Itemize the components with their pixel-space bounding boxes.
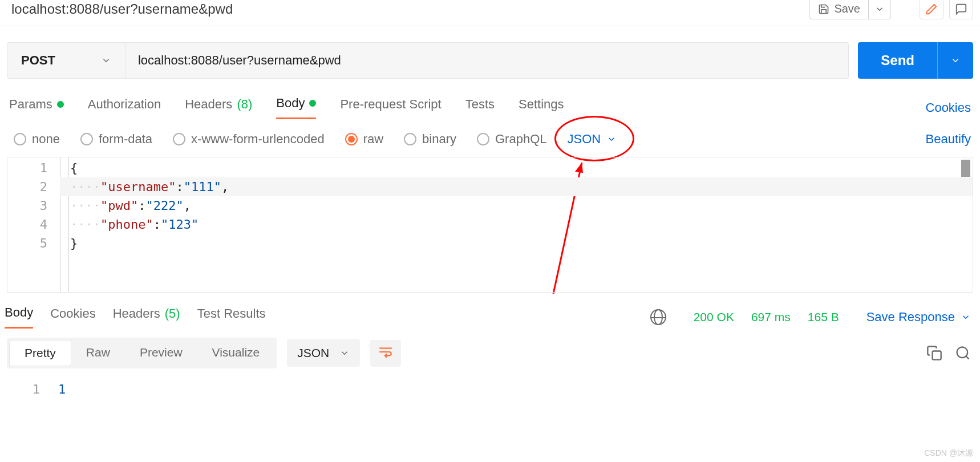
tab-pre-request-script[interactable]: Pre-request Script [340, 97, 441, 119]
tab-body[interactable]: Body [276, 96, 316, 119]
radio-binary[interactable]: binary [404, 132, 456, 147]
save-button[interactable]: Save [810, 0, 869, 19]
radio-icon [14, 133, 26, 145]
svg-rect-3 [933, 351, 941, 360]
url-value: localhost:8088/user?username&pwd [138, 53, 341, 68]
comment-icon [955, 3, 967, 15]
wrap-icon [378, 346, 393, 358]
tab-headers[interactable]: Headers (8) [185, 97, 252, 119]
send-button[interactable]: Send [858, 42, 973, 79]
response-line-number: 1 [0, 382, 52, 396]
svg-line-5 [966, 356, 969, 359]
radio-none[interactable]: none [14, 132, 60, 147]
resp-tab-test-results[interactable]: Test Results [197, 306, 266, 328]
method-url-bar: POST localhost:8088/user?username&pwd [7, 42, 849, 79]
save-response-link[interactable]: Save Response [866, 310, 971, 325]
response-status: 200 OK [694, 310, 734, 324]
chevron-down-icon [874, 4, 885, 14]
request-tabs: Params Authorization Headers (8) Body Pr… [0, 79, 980, 119]
send-dropdown[interactable] [937, 42, 973, 79]
radio-icon [173, 133, 185, 145]
radio-form-data[interactable]: form-data [80, 132, 152, 147]
cookies-link[interactable]: Cookies [926, 100, 971, 115]
radio-icon [404, 133, 416, 145]
response-time: 697 ms [751, 310, 791, 324]
radio-icon [345, 133, 358, 145]
minimap [961, 160, 970, 177]
tab-settings[interactable]: Settings [519, 97, 564, 119]
edit-button[interactable] [920, 0, 943, 19]
radio-x-www-form-urlencoded[interactable]: x-www-form-urlencoded [173, 132, 325, 147]
tab-tests[interactable]: Tests [465, 97, 495, 119]
pencil-icon [925, 3, 938, 15]
response-body[interactable]: 1 1 [0, 368, 980, 396]
radio-graphql[interactable]: GraphQL [477, 132, 547, 147]
dot-indicator [309, 100, 316, 107]
radio-raw[interactable]: raw [345, 132, 383, 147]
resp-tab-body[interactable]: Body [5, 305, 33, 329]
copy-icon[interactable] [926, 345, 942, 361]
svg-point-4 [957, 347, 968, 358]
radio-icon [477, 133, 489, 145]
editor-gutter: 1 2 3 4 5 [7, 157, 60, 292]
request-row: POST localhost:8088/user?username&pwd Se… [0, 26, 980, 79]
search-icon[interactable] [955, 345, 971, 361]
save-button-group: Save [809, 0, 891, 19]
mode-raw[interactable]: Raw [71, 340, 125, 366]
url-input[interactable]: localhost:8088/user?username&pwd [125, 43, 848, 78]
comment-button[interactable] [949, 0, 973, 19]
body-editor[interactable]: 1 2 3 4 5 { ····"username":"111", ····"p… [7, 157, 973, 293]
chevron-down-icon [101, 55, 111, 66]
editor-code[interactable]: { ····"username":"111", ····"pwd":"222",… [60, 157, 973, 292]
method-label: POST [21, 53, 55, 68]
tab-authorization[interactable]: Authorization [88, 97, 161, 119]
response-mode-tabs: Pretty Raw Preview Visualize [7, 338, 277, 368]
response-value: 1 [52, 382, 66, 396]
mode-pretty[interactable]: Pretty [9, 340, 71, 366]
request-tab-title: localhost:8088/user?username&pwd [11, 1, 809, 17]
resp-tab-cookies[interactable]: Cookies [50, 306, 95, 328]
globe-icon[interactable] [650, 309, 666, 325]
tab-header: localhost:8088/user?username&pwd Save [0, 0, 980, 26]
response-mode-row: Pretty Raw Preview Visualize JSON [0, 329, 980, 368]
send-label: Send [858, 52, 937, 68]
method-select[interactable]: POST [7, 43, 125, 78]
chevron-down-icon [950, 55, 961, 66]
save-icon [818, 3, 829, 15]
response-size: 165 B [808, 310, 839, 324]
wrap-lines-button[interactable] [370, 340, 401, 367]
body-type-row: none form-data x-www-form-urlencoded raw… [0, 119, 980, 157]
tab-params[interactable]: Params [9, 97, 64, 119]
chevron-down-icon [961, 312, 971, 322]
save-label: Save [834, 2, 860, 15]
mode-visualize[interactable]: Visualize [197, 340, 275, 366]
resp-tab-headers[interactable]: Headers (5) [113, 306, 180, 328]
mode-preview[interactable]: Preview [125, 340, 197, 366]
radio-icon [80, 133, 93, 145]
beautify-link[interactable]: Beautify [926, 132, 971, 147]
save-dropdown[interactable] [869, 0, 890, 19]
response-type-dropdown[interactable]: JSON [287, 339, 360, 367]
chevron-down-icon [339, 348, 350, 358]
response-tabs: Body Cookies Headers (5) Test Results 20… [0, 293, 980, 329]
dot-indicator [57, 101, 64, 108]
